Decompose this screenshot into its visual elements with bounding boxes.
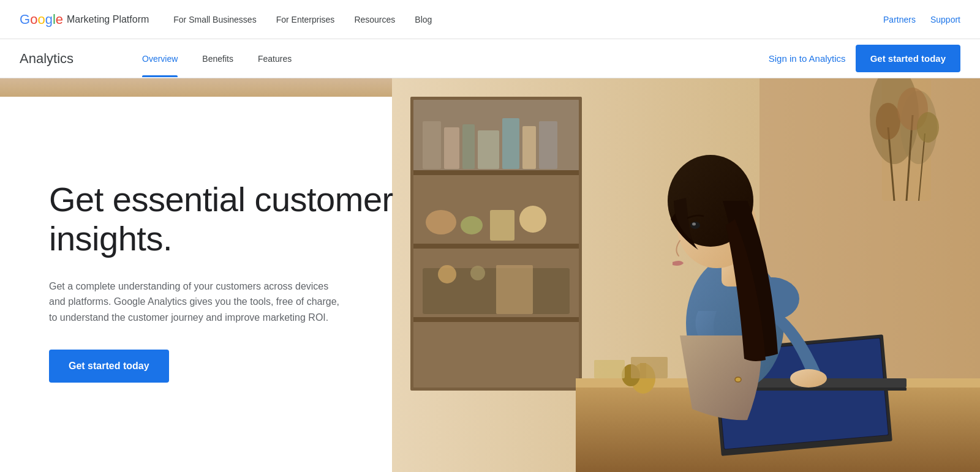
svg-point-47 — [690, 222, 700, 229]
nav-features[interactable]: Features — [246, 40, 304, 77]
secondary-nav-links: Overview Benefits Features — [130, 40, 769, 77]
svg-point-21 — [470, 266, 485, 280]
svg-point-31 — [917, 112, 939, 143]
svg-rect-22 — [496, 265, 533, 314]
svg-point-52 — [735, 377, 741, 382]
hero-photo — [392, 78, 980, 472]
logo-area: Google Marketing Platform — [20, 12, 149, 28]
nav-benefits[interactable]: Benefits — [190, 40, 246, 77]
hero-title: Get essential customer insights. — [49, 180, 434, 259]
svg-rect-53 — [594, 360, 625, 378]
nav-overview[interactable]: Overview — [130, 40, 190, 77]
svg-point-18 — [519, 206, 546, 233]
nav-support[interactable]: Support — [930, 15, 960, 24]
svg-point-29 — [876, 103, 900, 140]
sign-in-analytics-link[interactable]: Sign in to Analytics — [769, 53, 846, 64]
secondary-navigation: Analytics Overview Benefits Features Sig… — [0, 39, 980, 78]
hero-description: Get a complete understanding of your cus… — [49, 279, 343, 326]
nav-blog[interactable]: Blog — [415, 15, 432, 24]
get-started-hero-button[interactable]: Get started today — [49, 350, 169, 383]
nav-small-businesses[interactable]: For Small Businesses — [173, 15, 256, 24]
nav-enterprises[interactable]: For Enterprises — [276, 15, 335, 24]
analytics-brand: Analytics — [20, 51, 93, 67]
svg-rect-54 — [631, 357, 668, 378]
secondary-nav-right: Sign in to Analytics Get started today — [769, 45, 960, 72]
top-nav-right: Partners Support — [883, 15, 960, 24]
get-started-header-button[interactable]: Get started today — [856, 45, 960, 72]
google-logo: Google — [20, 12, 63, 28]
top-nav-links: For Small Businesses For Enterprises Res… — [173, 15, 883, 24]
platform-text: Marketing Platform — [67, 14, 149, 25]
google-e: e — [56, 12, 63, 28]
svg-rect-17 — [490, 210, 514, 241]
hero-image-area — [392, 78, 980, 472]
top-navigation: Google Marketing Platform For Small Busi… — [0, 0, 980, 39]
google-g: G — [20, 12, 30, 28]
hero-section: Get essential customer insights. Get a c… — [0, 78, 980, 472]
hero-content: Get essential customer insights. Get a c… — [0, 78, 470, 472]
google-g2: g — [45, 12, 53, 28]
nav-partners[interactable]: Partners — [883, 15, 916, 24]
hero-scene-svg — [392, 78, 980, 472]
google-o1: o — [30, 12, 37, 28]
svg-point-48 — [692, 223, 696, 226]
nav-resources[interactable]: Resources — [354, 15, 395, 24]
svg-point-43 — [790, 369, 827, 388]
google-o2: o — [37, 12, 45, 28]
